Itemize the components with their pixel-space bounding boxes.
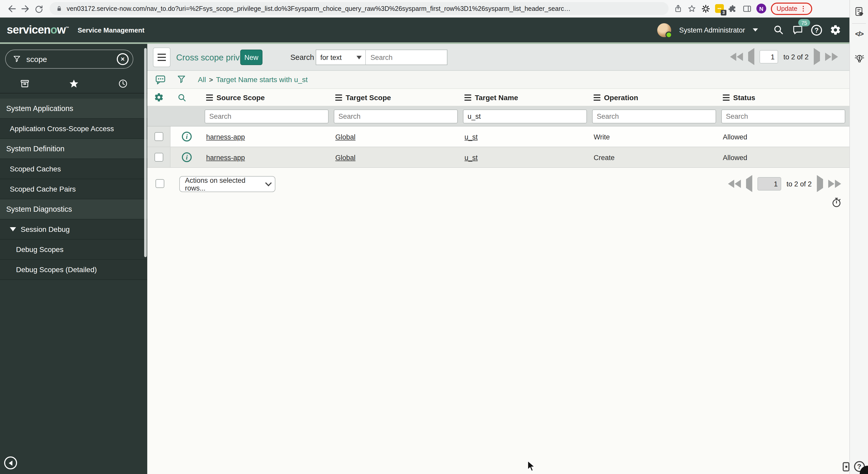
column-menu-icon[interactable] — [335, 95, 342, 101]
sidebar-scrollbar[interactable] — [144, 48, 147, 257]
collapse-navigator-button[interactable] — [4, 456, 17, 469]
address-bar[interactable]: ven03172.service-now.com/nav_to.do?uri=%… — [50, 2, 669, 15]
last-page-button[interactable] — [828, 180, 841, 188]
user-menu[interactable]: System Administrator — [679, 26, 745, 34]
breadcrumb-all-link[interactable]: All — [198, 75, 206, 83]
filter-input-status[interactable] — [721, 109, 845, 124]
filter-builder-button[interactable] — [177, 74, 187, 85]
filter-navigator-input[interactable] — [26, 55, 112, 64]
browser-update-button[interactable]: Update ⋮ — [771, 2, 812, 15]
sidebar-item-scoped-caches[interactable]: Scoped Caches — [0, 159, 147, 179]
actions-select[interactable]: Actions on selected rows... — [179, 176, 275, 192]
browser-profile-avatar[interactable]: N — [756, 4, 766, 13]
column-menu-icon[interactable] — [723, 95, 730, 101]
row-select-cell — [147, 127, 170, 147]
cell-source-scope-link[interactable]: harness-app — [206, 147, 245, 168]
last-page-button[interactable] — [825, 53, 838, 61]
sidebar-section-system-diagnostics: System Diagnostics — [0, 199, 147, 219]
conversations-button[interactable]: 75 — [792, 24, 803, 36]
new-record-button[interactable]: New — [240, 49, 262, 65]
row-checkbox[interactable] — [154, 132, 163, 141]
spinner-extension-icon[interactable] — [701, 4, 710, 13]
extensions-puzzle-icon[interactable] — [728, 4, 738, 13]
settings-gear-button[interactable] — [830, 24, 841, 36]
column-header-source-scope[interactable]: Source Scope — [206, 89, 265, 106]
previous-page-button[interactable] — [748, 52, 754, 62]
code-panel-icon[interactable]: </> — [850, 30, 868, 38]
resize-grip[interactable] — [843, 462, 849, 471]
column-header-target-name[interactable]: Target Name — [464, 89, 518, 106]
filter-input-target-scope[interactable] — [334, 109, 458, 124]
next-page-button[interactable] — [817, 179, 823, 189]
cell-source-scope-link[interactable]: harness-app — [206, 127, 245, 147]
tab-favorites[interactable] — [49, 74, 98, 93]
strip-divider — [852, 23, 866, 24]
help-button[interactable]: ? — [811, 25, 822, 35]
cell-target-name-link[interactable]: u_st — [464, 127, 478, 147]
reading-list-doc-eye-icon[interactable] — [850, 6, 868, 17]
user-menu-caret-icon[interactable] — [753, 28, 758, 32]
share-button[interactable] — [674, 4, 683, 13]
list-context-menu-button[interactable] — [153, 47, 170, 67]
sidebar-item-debug-scopes-detailed[interactable]: Debug Scopes (Detailed) — [0, 260, 147, 280]
browser-forward-button[interactable] — [19, 2, 32, 15]
right-panel-strip: </> ? — [849, 0, 868, 474]
cell-target-scope-link[interactable]: Global — [335, 127, 355, 147]
record-preview-icon[interactable]: i — [182, 132, 192, 141]
filter-input-target-name[interactable] — [463, 109, 587, 124]
personalize-list-gear-button[interactable] — [154, 93, 164, 102]
tab-history[interactable] — [98, 74, 147, 93]
servicenow-header: servicenow™ Service Management System Ad… — [0, 18, 849, 44]
column-header-target-scope[interactable]: Target Scope — [335, 89, 391, 106]
clear-filter-button[interactable]: ✕ — [117, 53, 129, 65]
global-search-button[interactable] — [773, 24, 784, 36]
page-number-input[interactable] — [760, 50, 778, 64]
column-header-status[interactable]: Status — [723, 89, 755, 106]
filter-input-source-scope[interactable] — [205, 109, 329, 124]
browser-toolbar: ven03172.service-now.com/nav_to.do?uri=%… — [0, 0, 849, 18]
yellow-extension-icon[interactable]: ••• 3 — [715, 4, 724, 13]
expand-caret-icon — [10, 227, 16, 231]
page-range-label: to 2 of 2 — [786, 180, 812, 188]
page-number-input[interactable] — [757, 177, 781, 191]
column-header-operation[interactable]: Operation — [594, 89, 638, 106]
sidebar-group-session-debug[interactable]: Session Debug — [0, 219, 147, 240]
first-page-button[interactable] — [728, 180, 741, 188]
list-search-input[interactable] — [366, 50, 447, 65]
row-checkbox[interactable] — [154, 153, 163, 162]
funnel-icon — [12, 55, 22, 64]
browser-reload-button[interactable] — [32, 2, 45, 15]
record-preview-icon[interactable]: i — [182, 152, 192, 162]
first-page-button[interactable] — [730, 53, 743, 61]
column-menu-icon[interactable] — [464, 95, 471, 101]
column-menu-icon[interactable] — [594, 95, 600, 101]
tab-all-applications[interactable] — [0, 74, 49, 93]
navigator-tabs — [0, 74, 147, 94]
sidebar-item-application-cross-scope-access[interactable]: Application Cross-Scope Access — [0, 119, 147, 139]
cell-operation: Create — [594, 147, 615, 168]
side-panel-toggle-icon[interactable] — [742, 4, 752, 13]
response-time-stopwatch-button[interactable] — [831, 197, 842, 208]
column-menu-icon[interactable] — [206, 95, 213, 101]
servicenow-logo: servicenow™ — [7, 23, 69, 37]
sidebar-item-scoped-cache-pairs[interactable]: Scoped Cache Pairs — [0, 179, 147, 199]
filter-navigator-search[interactable]: ✕ — [5, 49, 133, 69]
cell-target-name-link[interactable]: u_st — [464, 147, 478, 168]
next-page-button[interactable] — [814, 52, 820, 62]
lightbulb-insight-icon[interactable] — [850, 53, 868, 65]
browser-back-button[interactable] — [5, 2, 19, 15]
sidebar-item-debug-scopes[interactable]: Debug Scopes — [0, 240, 147, 260]
search-type-select[interactable]: for text — [316, 50, 366, 65]
bookmark-star-button[interactable] — [687, 4, 696, 13]
user-avatar[interactable] — [657, 23, 672, 37]
breadcrumb-filter-link[interactable]: Target Name starts with u_st — [216, 75, 308, 83]
cell-target-scope-link[interactable]: Global — [335, 147, 355, 168]
previous-page-button[interactable] — [746, 179, 752, 189]
url-text: ven03172.service-now.com/nav_to.do?uri=%… — [67, 5, 570, 12]
breadcrumb-bar: All > Target Name starts with u_st — [147, 71, 849, 89]
browser-menu-kebab-icon[interactable]: ⋮ — [800, 5, 807, 12]
column-search-toggle-button[interactable] — [177, 93, 187, 103]
list-chat-button[interactable] — [155, 74, 166, 85]
filter-input-operation[interactable] — [592, 109, 716, 124]
select-all-checkbox[interactable] — [156, 179, 164, 188]
